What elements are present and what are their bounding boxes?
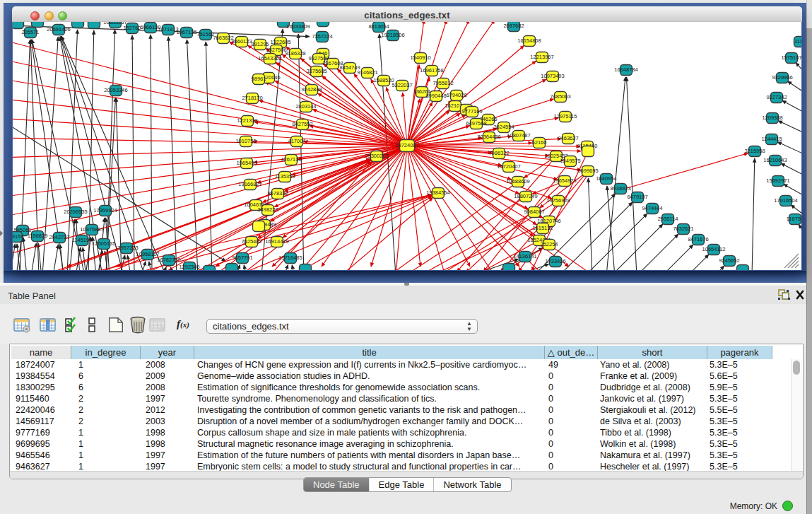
svg-text:9329966: 9329966 bbox=[772, 74, 792, 81]
svg-text:1588520: 1588520 bbox=[373, 77, 394, 83]
svg-text:6497568: 6497568 bbox=[466, 120, 486, 127]
svg-text:7663822: 7663822 bbox=[213, 35, 233, 41]
svg-text:9084067: 9084067 bbox=[524, 209, 544, 215]
svg-text:15720407: 15720407 bbox=[497, 163, 520, 170]
svg-text:9657791: 9657791 bbox=[232, 255, 252, 261]
svg-text:1071913: 1071913 bbox=[158, 26, 178, 33]
svg-text:20364436: 20364436 bbox=[477, 134, 500, 140]
svg-text:25300203: 25300203 bbox=[365, 153, 388, 159]
svg-text:10654112: 10654112 bbox=[702, 246, 726, 252]
svg-text:252254: 252254 bbox=[540, 241, 558, 247]
svg-text:152760: 152760 bbox=[123, 25, 141, 31]
svg-text:17016504: 17016504 bbox=[774, 197, 797, 204]
svg-text:1067135: 1067135 bbox=[176, 29, 196, 35]
svg-text:4267130: 4267130 bbox=[281, 156, 301, 163]
svg-text:1209388: 1209388 bbox=[762, 115, 782, 121]
svg-text:1733426: 1733426 bbox=[545, 258, 565, 264]
svg-text:10807487: 10807487 bbox=[507, 132, 530, 139]
svg-text:15692971: 15692971 bbox=[766, 177, 789, 184]
svg-text:20691406: 20691406 bbox=[47, 26, 70, 33]
svg-text:20206535: 20206535 bbox=[64, 209, 87, 215]
svg-text:16033809: 16033809 bbox=[286, 23, 310, 30]
svg-text:16961758: 16961758 bbox=[420, 67, 443, 74]
svg-text:9146821: 9146821 bbox=[357, 69, 377, 76]
svg-text:9463627: 9463627 bbox=[558, 135, 578, 141]
svg-text:19384554: 19384554 bbox=[426, 189, 449, 196]
svg-text:1575107: 1575107 bbox=[781, 54, 801, 61]
svg-text:1244415: 1244415 bbox=[761, 136, 782, 142]
svg-text:8427552: 8427552 bbox=[292, 121, 312, 127]
svg-text:12213967: 12213967 bbox=[530, 54, 553, 60]
svg-text:1640954: 1640954 bbox=[596, 175, 616, 182]
svg-text:3215958: 3215958 bbox=[744, 148, 765, 154]
svg-text:1010755: 1010755 bbox=[235, 138, 256, 144]
svg-text:39159: 39159 bbox=[13, 233, 23, 240]
svg-text:12505135: 12505135 bbox=[92, 240, 115, 247]
svg-text:3624554: 3624554 bbox=[493, 124, 514, 130]
svg-text:5322037: 5322037 bbox=[392, 82, 412, 88]
svg-text:2942737: 2942737 bbox=[49, 234, 69, 240]
svg-text:1322605: 1322605 bbox=[270, 39, 290, 45]
svg-text:16210643: 16210643 bbox=[763, 157, 787, 163]
svg-text:3375685: 3375685 bbox=[306, 68, 326, 74]
svg-text:16648784: 16648784 bbox=[614, 66, 637, 73]
svg-text:116753: 116753 bbox=[787, 216, 801, 222]
svg-text:17957223: 17957223 bbox=[114, 245, 138, 251]
svg-text:14136141: 14136141 bbox=[513, 253, 536, 259]
svg-text:16154808: 16154808 bbox=[517, 37, 541, 44]
svg-text:1965493: 1965493 bbox=[236, 160, 257, 166]
svg-text:19654923: 19654923 bbox=[553, 177, 576, 184]
svg-text:6794028: 6794028 bbox=[446, 92, 466, 98]
svg-text:18807249: 18807249 bbox=[514, 193, 537, 199]
svg-text:9327506: 9327506 bbox=[266, 47, 286, 53]
svg-text:19218506: 19218506 bbox=[381, 32, 404, 38]
svg-text:1540910: 1540910 bbox=[410, 54, 430, 61]
svg-text:1221338: 1221338 bbox=[237, 117, 257, 124]
svg-text:7625402: 7625402 bbox=[241, 238, 261, 245]
svg-text:17359924: 17359924 bbox=[93, 207, 117, 214]
svg-text:751552: 751552 bbox=[196, 31, 214, 37]
svg-text:19756928: 19756928 bbox=[546, 197, 570, 204]
svg-text:16543362: 16543362 bbox=[258, 55, 281, 62]
svg-text:8938923: 8938923 bbox=[610, 185, 630, 192]
svg-text:9699695: 9699695 bbox=[577, 168, 598, 174]
svg-text:10973493: 10973493 bbox=[541, 73, 564, 79]
svg-text:8990448: 8990448 bbox=[425, 93, 446, 99]
svg-text:12975115: 12975115 bbox=[554, 113, 577, 119]
svg-text:1117: 1117 bbox=[794, 38, 801, 45]
svg-text:8813054: 8813054 bbox=[368, 23, 389, 30]
svg-text:10688609: 10688609 bbox=[506, 178, 529, 185]
svg-text:7955812: 7955812 bbox=[433, 80, 453, 86]
svg-text:62160: 62160 bbox=[532, 139, 547, 146]
svg-text:1292346: 1292346 bbox=[179, 264, 199, 270]
svg-text:1135359: 1135359 bbox=[275, 173, 295, 180]
svg-text:1156829: 1156829 bbox=[28, 233, 48, 239]
svg-text:1615132: 1615132 bbox=[532, 225, 553, 231]
svg-text:1145194: 1145194 bbox=[72, 237, 93, 243]
svg-text:9245652: 9245652 bbox=[719, 257, 739, 264]
svg-text:2935114: 2935114 bbox=[658, 216, 678, 222]
svg-text:9242848: 9242848 bbox=[301, 86, 322, 93]
svg-text:2718170: 2718170 bbox=[242, 95, 262, 101]
svg-text:7986322: 7986322 bbox=[488, 150, 509, 156]
svg-text:18724007: 18724007 bbox=[395, 142, 418, 148]
svg-text:7357224: 7357224 bbox=[312, 33, 332, 40]
svg-text:19166827: 19166827 bbox=[238, 181, 261, 187]
svg-text:10958117: 10958117 bbox=[136, 251, 160, 257]
svg-text:9777169: 9777169 bbox=[461, 108, 482, 115]
svg-text:7485063: 7485063 bbox=[550, 93, 570, 100]
svg-text:1549575: 1549575 bbox=[560, 158, 580, 164]
svg-text:8660123: 8660123 bbox=[231, 38, 252, 45]
svg-text:(x): (x) bbox=[180, 320, 189, 329]
svg-text:9474444: 9474444 bbox=[642, 205, 662, 211]
svg-text:205571: 205571 bbox=[21, 29, 39, 35]
svg-text:8471676: 8471676 bbox=[688, 236, 708, 243]
svg-text:8186328: 8186328 bbox=[285, 50, 305, 57]
svg-text:2803144: 2803144 bbox=[295, 103, 316, 110]
svg-text:2087682: 2087682 bbox=[503, 23, 524, 29]
svg-text:6479197: 6479197 bbox=[627, 194, 647, 200]
svg-text:9227342: 9227342 bbox=[766, 94, 787, 100]
svg-text:10975887: 10975887 bbox=[80, 226, 103, 233]
svg-text:20053346: 20053346 bbox=[104, 87, 127, 93]
svg-text:98961: 98961 bbox=[252, 76, 266, 82]
